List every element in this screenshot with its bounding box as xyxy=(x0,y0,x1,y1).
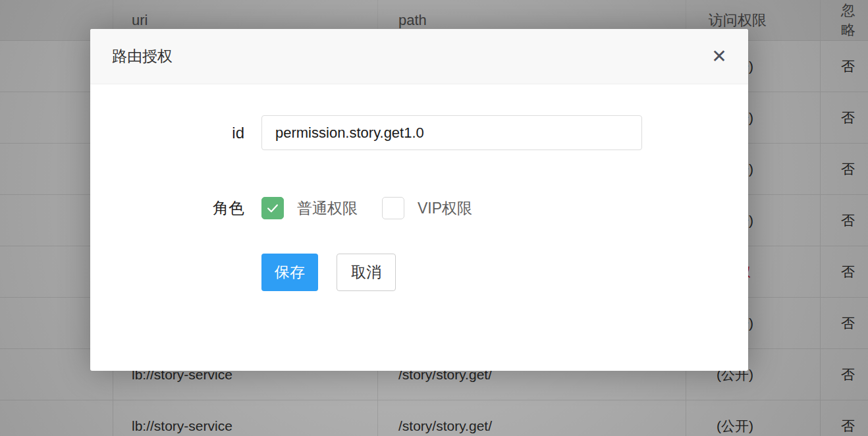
role-label: 角色 xyxy=(90,198,261,219)
modal-header: 路由授权 ✕ xyxy=(90,29,748,84)
save-button[interactable]: 保存 xyxy=(261,254,318,291)
checkbox-normal-permission[interactable] xyxy=(261,197,284,219)
checkbox-normal-permission-label[interactable]: 普通权限 xyxy=(297,198,358,219)
id-input[interactable] xyxy=(261,115,642,150)
checkbox-vip-permission[interactable] xyxy=(382,197,404,219)
id-label: id xyxy=(90,124,261,142)
modal-title: 路由授权 xyxy=(112,46,173,67)
modal-body: id 角色 普通权限 VIP权限 保存 取消 xyxy=(90,84,748,291)
route-auth-modal: 路由授权 ✕ id 角色 普通权限 VIP权限 保存 xyxy=(90,29,748,371)
checkbox-vip-permission-label[interactable]: VIP权限 xyxy=(418,198,472,219)
check-icon xyxy=(265,201,280,215)
id-form-row: id xyxy=(90,115,748,150)
close-icon[interactable]: ✕ xyxy=(705,42,734,71)
cancel-button[interactable]: 取消 xyxy=(337,254,396,291)
button-row: 保存 取消 xyxy=(90,254,748,291)
role-form-row: 角色 普通权限 VIP权限 xyxy=(90,197,748,219)
